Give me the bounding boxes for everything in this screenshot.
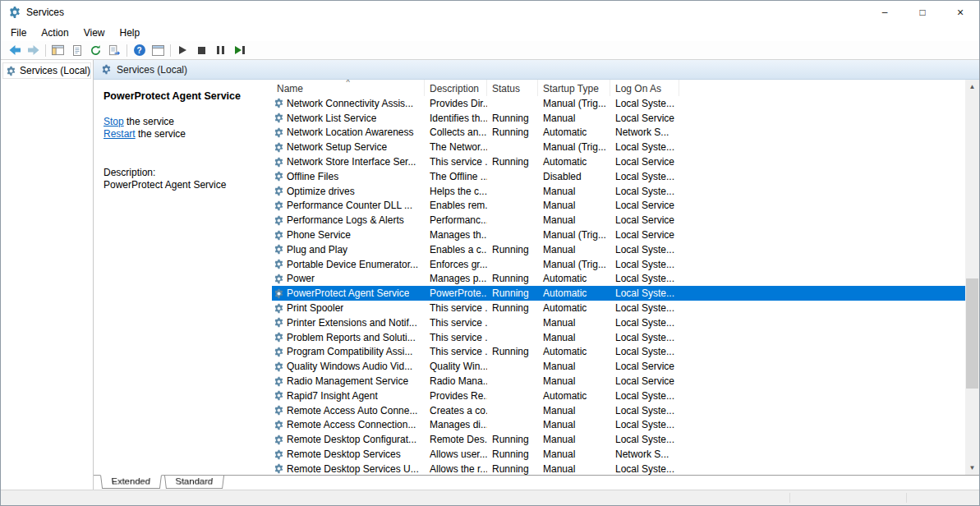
service-row[interactable]: Remote Desktop Services U... Allows the … [272, 462, 965, 475]
help-icon: ? [134, 44, 145, 56]
service-row[interactable]: Network Connectivity Assis... Provides D… [272, 96, 965, 111]
menu-file[interactable]: File [3, 25, 34, 40]
service-row[interactable]: Network Store Interface Ser... This serv… [272, 154, 965, 169]
service-row[interactable]: Phone Service Manages th... Manual (Trig… [272, 228, 965, 242]
service-row[interactable]: Print Spooler This service ... Running A… [272, 301, 965, 315]
service-gear-icon [274, 98, 284, 108]
service-gear-icon [274, 171, 284, 182]
pause-service-button[interactable] [211, 42, 230, 58]
tab-standard[interactable]: Standard [164, 476, 224, 489]
service-startup-type: Manual [538, 315, 610, 330]
refresh-button[interactable] [86, 42, 105, 58]
column-header-name[interactable]: ^ Name [272, 80, 425, 96]
service-row[interactable]: Network Location Awareness Collects an..… [272, 126, 965, 140]
service-row[interactable]: Portable Device Enumerator... Enforces g… [272, 257, 965, 272]
service-row[interactable]: Power Manages p... Running Automatic Loc… [272, 272, 965, 287]
scroll-down-button[interactable]: ▼ [965, 461, 979, 475]
service-log-on-as: Local Service [610, 359, 679, 374]
service-row[interactable]: Remote Access Connection... Manages di..… [272, 418, 965, 433]
restart-service-button[interactable] [230, 42, 249, 58]
service-row[interactable]: Performance Counter DLL ... Enables rem.… [272, 199, 965, 214]
service-name-cell: Offline Files [272, 169, 425, 184]
service-log-on-as: Network S... [610, 126, 679, 140]
service-row[interactable]: Remote Access Auto Conne... Creates a co… [272, 403, 965, 418]
column-header-description[interactable]: Description [425, 80, 487, 96]
service-row[interactable]: Radio Management Service Radio Mana... M… [272, 374, 965, 389]
service-row[interactable]: PowerProtect Agent Service PowerProte...… [272, 286, 965, 301]
service-startup-type: Manual [538, 111, 610, 126]
service-row[interactable]: Plug and Play Enables a c... Running Man… [272, 242, 965, 257]
service-description: Manages p... [425, 272, 487, 287]
column-header-startup-type[interactable]: Startup Type [538, 80, 610, 96]
service-name: Remote Access Connection... [287, 419, 416, 430]
stop-service-link[interactable]: Stop [104, 116, 124, 127]
back-button[interactable] [5, 42, 24, 58]
service-gear-icon [274, 420, 284, 430]
start-service-button[interactable] [173, 42, 192, 58]
service-log-on-as: Local Syste... [610, 462, 679, 475]
export-list-button[interactable] [105, 42, 124, 58]
service-row[interactable]: Remote Desktop Configurat... Remote Des.… [272, 432, 965, 447]
service-name: Problem Reports and Soluti... [287, 332, 416, 343]
service-gear-icon [274, 435, 284, 445]
close-button[interactable]: × [941, 1, 979, 24]
service-row[interactable]: Program Compatibility Assi... This servi… [272, 345, 965, 360]
service-gear-icon [274, 215, 284, 226]
service-name-cell: Remote Desktop Configurat... [272, 432, 425, 447]
scroll-up-button[interactable]: ▲ [965, 80, 979, 94]
vertical-scrollbar[interactable]: ▲ ▼ [965, 80, 979, 475]
stop-service-icon [198, 47, 205, 54]
service-row[interactable]: Network List Service Identifies th... Ru… [272, 111, 965, 126]
service-description: Helps the c... [425, 184, 487, 199]
service-description: This service ... [425, 154, 487, 169]
service-row[interactable]: Rapid7 Insight Agent Provides Re... Auto… [272, 389, 965, 403]
properties-button[interactable] [67, 42, 86, 58]
service-row[interactable]: Remote Desktop Services Allows user... R… [272, 447, 965, 462]
forward-button[interactable] [24, 42, 43, 58]
maximize-button[interactable]: □ [904, 1, 941, 24]
service-log-on-as: Local Syste... [610, 418, 679, 433]
service-name-cell: Remote Desktop Services [272, 447, 425, 462]
service-name-cell: Rapid7 Insight Agent [272, 389, 425, 403]
service-status: Running [487, 345, 538, 360]
show-console-tree-button[interactable] [48, 42, 67, 58]
tab-extended[interactable]: Extended [100, 475, 162, 489]
scrollbar-thumb[interactable] [966, 278, 978, 389]
service-description: Creates a co... [425, 403, 487, 418]
service-row[interactable]: Performance Logs & Alerts Performanc... … [272, 213, 965, 228]
service-name-cell: Problem Reports and Soluti... [272, 330, 425, 345]
service-row[interactable]: Network Setup Service The Networ... Manu… [272, 140, 965, 154]
help-button[interactable]: ? [130, 42, 149, 58]
properties-doc-icon [71, 44, 83, 57]
service-description: Manages di... [425, 418, 487, 433]
service-row[interactable]: Quality Windows Audio Vid... Quality Win… [272, 359, 965, 374]
restart-service-link[interactable]: Restart [104, 128, 136, 140]
window-pane-button[interactable] [149, 42, 168, 58]
menu-view[interactable]: View [76, 25, 113, 40]
minimize-button[interactable]: – [866, 1, 904, 24]
service-row[interactable]: Optimize drives Helps the c... Manual Lo… [272, 184, 965, 199]
service-status: Running [487, 286, 538, 301]
service-startup-type: Manual [538, 330, 610, 345]
services-list-body: Network Connectivity Assis... Provides D… [272, 96, 965, 475]
column-header-status[interactable]: Status [487, 80, 538, 96]
column-header-log-on-as[interactable]: Log On As [610, 80, 679, 96]
stop-service-button[interactable] [192, 42, 211, 58]
menu-help[interactable]: Help [113, 25, 148, 40]
tree-item-services-local[interactable]: Services (Local) [2, 62, 91, 79]
service-row[interactable]: Offline Files The Offline ... Disabled L… [272, 169, 965, 184]
window-title: Services [26, 7, 64, 18]
service-startup-type: Manual [538, 199, 610, 214]
service-row[interactable]: Printer Extensions and Notif... This ser… [272, 315, 965, 330]
service-startup-type: Disabled [538, 169, 610, 184]
service-description: The Offline ... [425, 169, 487, 184]
service-gear-icon [274, 288, 284, 299]
service-name-cell: Quality Windows Audio Vid... [272, 359, 425, 374]
service-name-cell: Radio Management Service [272, 374, 425, 389]
service-name-cell: Printer Extensions and Notif... [272, 315, 425, 330]
service-row[interactable]: Problem Reports and Soluti... This servi… [272, 330, 965, 345]
service-log-on-as: Local Syste... [610, 184, 679, 199]
menu-action[interactable]: Action [34, 25, 76, 40]
toolbar-separator [127, 44, 127, 57]
service-log-on-as: Local Syste... [610, 432, 679, 447]
